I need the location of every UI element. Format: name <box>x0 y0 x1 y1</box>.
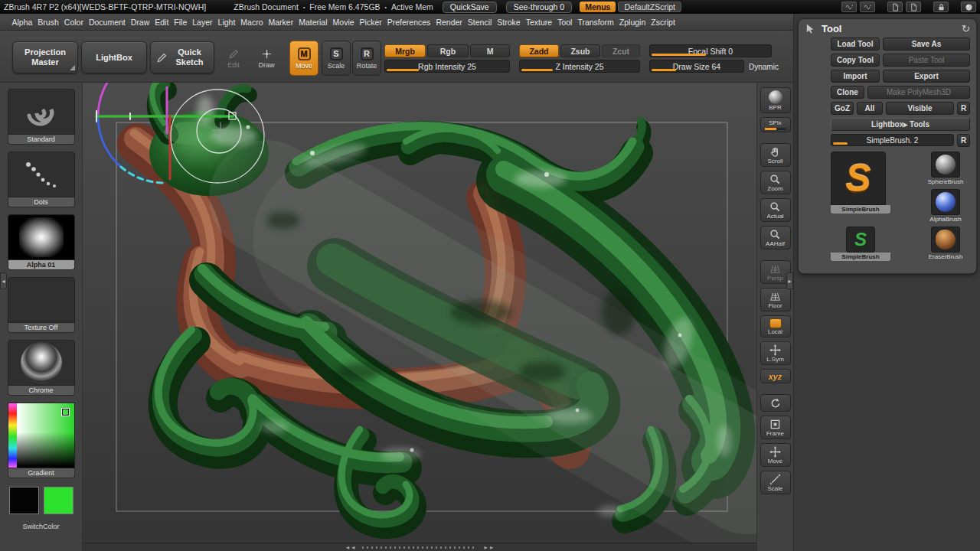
export-doc-icon[interactable] <box>887 2 903 12</box>
right-tray-handle[interactable]: ▸ <box>786 272 793 289</box>
z-intensity-slider[interactable]: Z Intensity 25 <box>519 60 640 73</box>
r-button-2[interactable]: R <box>957 134 970 147</box>
menu-item[interactable]: Render <box>433 18 465 27</box>
zcut-button[interactable]: Zcut <box>602 44 640 57</box>
menu-item[interactable]: Alpha <box>9 18 35 27</box>
quick-sketch-button[interactable]: Quick Sketch <box>150 41 214 73</box>
lsym-button[interactable]: L.Sym <box>760 341 791 365</box>
zsigil-icon-2[interactable] <box>860 2 875 12</box>
actual-size-button[interactable]: Actual <box>760 198 791 222</box>
menus-toggle-button[interactable]: Menus <box>580 2 616 12</box>
goz-all-button[interactable]: All <box>857 102 883 115</box>
rgb-button[interactable]: Rgb <box>427 44 469 57</box>
active-tool-slider[interactable]: SimpleBrush. 2 <box>831 134 954 146</box>
texture-selector[interactable]: Texture Off <box>8 277 75 333</box>
menu-item[interactable]: Texture <box>523 18 554 27</box>
refresh-icon[interactable]: ↻ <box>962 23 970 34</box>
default-zscript-button[interactable]: DefaultZScript <box>618 2 681 12</box>
stroke-selector[interactable]: Dots <box>8 152 75 207</box>
menu-item[interactable]: Edit <box>152 18 172 27</box>
lightbox-tools-header[interactable]: Lightbox▸ Tools <box>831 118 970 131</box>
tool-thumb-alphabrush[interactable] <box>931 189 960 215</box>
see-through-slider[interactable]: See-through 0 <box>506 2 573 13</box>
menu-item[interactable]: Brush <box>35 18 61 27</box>
focal-shift-slider[interactable]: Focal Shift 0 <box>649 44 772 57</box>
menu-item[interactable]: Light <box>215 18 238 27</box>
tool-thumb-simplebrush[interactable]: S <box>831 152 886 205</box>
tool-thumb-eraserbrush[interactable] <box>931 227 960 253</box>
menu-item[interactable]: Preferences <box>384 18 433 27</box>
scroll-track[interactable] <box>362 546 477 549</box>
move-view-button[interactable]: Move <box>760 443 791 467</box>
menu-item[interactable]: Tool <box>555 18 575 27</box>
menu-item[interactable]: Stroke <box>495 18 523 27</box>
import-button[interactable]: Import <box>831 70 880 83</box>
menu-item[interactable]: Document <box>86 18 128 27</box>
saturation-value-area[interactable] <box>17 403 74 468</box>
make-polymesh3d-button[interactable]: Make PolyMesh3D <box>867 86 970 99</box>
zadd-button[interactable]: Zadd <box>519 44 559 57</box>
scroll-view-button[interactable]: Scroll <box>760 143 791 167</box>
draw-size-slider[interactable]: Draw Size 64 <box>649 60 744 73</box>
menu-item[interactable]: Layer <box>190 18 215 27</box>
lock-icon[interactable] <box>933 2 949 12</box>
lightbox-button[interactable]: LightBox <box>81 41 147 73</box>
menu-item[interactable]: File <box>172 18 190 27</box>
quicksave-button[interactable]: QuickSave <box>443 2 497 13</box>
menu-item[interactable]: Stencil <box>465 18 495 27</box>
paste-tool-button[interactable]: Paste Tool <box>883 54 970 67</box>
local-symmetry-button[interactable]: Local <box>760 315 791 337</box>
save-as-button[interactable]: Save As <box>883 37 970 51</box>
draw-mode-button[interactable]: Draw <box>253 41 280 76</box>
menu-item[interactable]: Transform <box>575 18 616 27</box>
menu-item[interactable]: Draw <box>128 18 152 27</box>
mrgb-button[interactable]: Mrgb <box>384 44 426 57</box>
goz-button[interactable]: GoZ <box>831 102 854 115</box>
clone-button[interactable]: Clone <box>831 86 864 99</box>
material-selector[interactable]: Chrome <box>8 340 75 396</box>
zsigil-icon[interactable] <box>841 2 857 12</box>
move-mode-button[interactable]: M Move <box>289 41 318 76</box>
scroll-left-arrows[interactable]: ◄◄ <box>345 544 356 551</box>
goz-visible-button[interactable]: Visible <box>886 102 954 115</box>
r-button[interactable]: R <box>957 102 970 115</box>
floor-button[interactable]: Floor <box>760 288 791 311</box>
scale-mode-button[interactable]: S Scale <box>322 41 351 76</box>
menu-item[interactable]: Macro <box>238 18 266 27</box>
hue-strip[interactable] <box>8 403 17 468</box>
spix-slider[interactable]: SPix <box>760 117 791 132</box>
zsub-button[interactable]: Zsub <box>560 44 600 57</box>
edit-mode-button[interactable]: Edit <box>220 41 247 76</box>
menu-item[interactable]: Material <box>296 18 330 27</box>
help-sphere-icon[interactable] <box>961 2 976 12</box>
secondary-color-swatch[interactable] <box>44 487 74 514</box>
export-button[interactable]: Export <box>883 70 970 83</box>
menu-item[interactable]: Marker <box>266 18 296 27</box>
brush-selector[interactable]: Standard <box>8 89 75 145</box>
import-doc-icon[interactable] <box>906 2 921 12</box>
canvas-h-scrollbar[interactable]: ◄◄ ►► <box>83 543 756 551</box>
zoom-view-button[interactable]: Zoom <box>760 171 791 194</box>
menu-item[interactable]: Zscript <box>648 18 678 27</box>
document-canvas[interactable] <box>83 83 756 551</box>
left-tray-handle[interactable]: ◂ <box>0 272 7 289</box>
color-picker[interactable]: Gradient <box>8 403 75 478</box>
m-button[interactable]: M <box>470 44 510 57</box>
switch-color-button[interactable]: SwitchColor <box>22 523 59 530</box>
alpha-selector[interactable]: Alpha 01 <box>8 214 75 270</box>
dynamic-mode-label[interactable]: Dynamic <box>749 63 779 71</box>
bpr-render-button[interactable]: BPR <box>760 87 791 113</box>
rotate-view-button[interactable] <box>760 394 791 412</box>
copy-tool-button[interactable]: Copy Tool <box>831 54 880 67</box>
rgb-intensity-slider[interactable]: Rgb Intensity 25 <box>384 60 510 73</box>
projection-master-button[interactable]: Projection Master <box>12 41 78 73</box>
menu-item[interactable]: Zplugin <box>616 18 648 27</box>
rotate-mode-button[interactable]: R Rotate <box>352 41 381 76</box>
menu-item[interactable]: Movie <box>330 18 357 27</box>
canvas-area[interactable]: ◄◄ ►► <box>83 83 756 551</box>
frame-button[interactable]: Frame <box>760 416 791 439</box>
scale-view-button[interactable]: Scale <box>760 471 791 494</box>
menu-item[interactable]: Picker <box>357 18 384 27</box>
tool-thumb-simplebrush-2[interactable]: S <box>846 227 875 253</box>
menu-item[interactable]: Color <box>61 18 86 27</box>
